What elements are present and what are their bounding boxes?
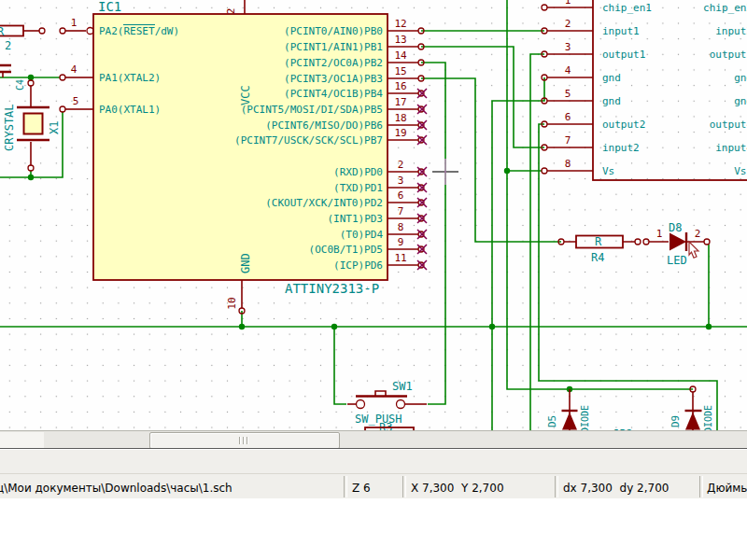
- svg-text:3: 3: [565, 41, 571, 53]
- svg-text:15: 15: [394, 65, 406, 77]
- ic1-value[interactable]: ATTINY2313-P: [285, 281, 379, 296]
- grid-cursor: [432, 159, 458, 185]
- svg-text:3: 3: [398, 175, 404, 187]
- svg-text:gnd: gnd: [602, 72, 621, 84]
- svg-text:11: 11: [394, 252, 406, 264]
- svg-text:7: 7: [398, 205, 404, 217]
- svg-text:4: 4: [71, 63, 78, 76]
- svg-text:16: 16: [394, 80, 406, 92]
- svg-text:input1: input1: [602, 25, 640, 37]
- svg-text:18: 18: [394, 112, 406, 124]
- svg-text:Vs: Vs: [602, 165, 614, 177]
- statusbar-cursor-delta: dx 7,300 dy 2,700: [563, 482, 669, 495]
- svg-text:2: 2: [695, 228, 701, 240]
- svg-text:Vss: Vss: [734, 165, 747, 177]
- svg-text:(PCINT5/MOSI/DI/SDA)PB5: (PCINT5/MOSI/DI/SDA)PB5: [241, 104, 383, 116]
- svg-text:output1: output1: [602, 49, 645, 61]
- schematic-canvas[interactable]: IC1 ATTINY2313-P 2 VCC 10 GND: [0, 0, 747, 430]
- svg-text:2: 2: [565, 18, 571, 30]
- resistor-r2[interactable]: R 2: [0, 25, 45, 52]
- statusbar-units: Дюймы: [707, 482, 747, 495]
- svg-text:13: 13: [394, 34, 406, 46]
- svg-text:6: 6: [565, 111, 571, 123]
- svg-text:input4: input4: [715, 142, 747, 154]
- svg-text:1: 1: [565, 0, 571, 7]
- ic1-reference[interactable]: IC1: [98, 0, 121, 14]
- inversion-bubble: [87, 28, 93, 35]
- svg-text:input3: input3: [715, 25, 747, 37]
- ic2-driver-chip[interactable]: 1 2 3 4 5 6 7 8 chip_en1 input1 output1 …: [542, 0, 747, 180]
- scrollbar-track-page[interactable]: [0, 432, 44, 448]
- window-background: [0, 498, 747, 560]
- led-d8[interactable]: 1 2 D8 LED: [643, 221, 710, 267]
- svg-text:8: 8: [398, 221, 404, 233]
- svg-text:input2: input2: [602, 142, 640, 154]
- statusbar-separator: [555, 476, 558, 497]
- svg-text:output2: output2: [602, 119, 645, 131]
- svg-text:(PCINT2/OC0A)PB2: (PCINT2/OC0A)PB2: [284, 57, 383, 69]
- svg-text:D8: D8: [669, 221, 682, 234]
- svg-text:gnd: gnd: [734, 72, 747, 84]
- svg-text:(INT1)PD3: (INT1)PD3: [327, 213, 383, 225]
- svg-text:DIODE: DIODE: [580, 405, 590, 430]
- horizontal-scrollbar[interactable]: [0, 430, 747, 448]
- svg-text:(PCINT3/OC1A)PB3: (PCINT3/OC1A)PB3: [284, 73, 383, 85]
- svg-text:9: 9: [398, 236, 404, 248]
- statusbar-cursor-position: X 7,300 Y 2,700: [411, 482, 504, 495]
- svg-text:14: 14: [394, 49, 407, 62]
- crystal-x1[interactable]: CRYSTAL X1: [3, 80, 61, 171]
- svg-text:gnd: gnd: [602, 95, 621, 107]
- statusbar-file-path: ц\Мои документы\Downloads\часы\1.sch: [0, 482, 233, 495]
- svg-text:PA2(RESET/dW): PA2(RESET/dW): [99, 25, 179, 37]
- svg-text:1: 1: [656, 228, 663, 240]
- statusbar-zoom-level: Z 6: [352, 482, 371, 495]
- svg-text:(TXD)PD1: (TXD)PD1: [333, 182, 383, 194]
- svg-text:17: 17: [394, 96, 406, 108]
- switch-sw1[interactable]: SW1 SW_PUSH: [347, 380, 427, 426]
- svg-text:D9: D9: [669, 415, 682, 427]
- svg-text:output4: output4: [710, 119, 747, 131]
- svg-text:PA0(XTAL1): PA0(XTAL1): [99, 104, 161, 116]
- ic1-attiny2313[interactable]: IC1 ATTINY2313-P 2 VCC 10 GND: [60, 0, 427, 314]
- scrollbar-thumb[interactable]: [149, 432, 340, 449]
- svg-text:C4: C4: [15, 79, 25, 91]
- diode-d5[interactable]: D5 DIODE: [546, 389, 590, 430]
- svg-text:PA1(XTAL2): PA1(XTAL2): [99, 72, 161, 84]
- svg-text:chip_en2: chip_en2: [703, 2, 747, 14]
- application-window: IC1 ATTINY2313-P 2 VCC 10 GND: [0, 0, 747, 560]
- statusbar-separator: [699, 476, 703, 497]
- svg-text:5: 5: [565, 88, 571, 100]
- statusbar-separator: [402, 476, 406, 497]
- statusbar-fields: ц\Мои документы\Downloads\часы\1.sch Z 6…: [0, 473, 747, 499]
- svg-text:4: 4: [565, 64, 571, 77]
- svg-text:(ICP)PD6: (ICP)PD6: [333, 259, 383, 272]
- svg-text:(PCINT4/OC1B)PB4: (PCINT4/OC1B)PB4: [284, 88, 383, 100]
- resistor-r4[interactable]: R R4: [558, 235, 641, 264]
- svg-text:(CKOUT/XCK/INT0)PD2: (CKOUT/XCK/INT0)PD2: [265, 197, 383, 209]
- diode-d9[interactable]: D9 DIODE: [669, 386, 713, 430]
- svg-text:5: 5: [73, 95, 79, 107]
- svg-text:GND: GND: [239, 253, 252, 273]
- svg-text:X1: X1: [48, 121, 61, 134]
- svg-text:8: 8: [565, 158, 571, 170]
- svg-text:6: 6: [398, 189, 404, 202]
- scrollbar-grip: [239, 437, 250, 444]
- svg-text:R: R: [595, 235, 602, 248]
- mouse-cursor: [689, 242, 698, 258]
- svg-text:LED: LED: [667, 254, 687, 267]
- svg-text:gnd: gnd: [734, 95, 747, 107]
- svg-text:10: 10: [226, 297, 238, 309]
- svg-text:(T0)PD4: (T0)PD4: [340, 229, 384, 241]
- statusbar-separator: [344, 476, 347, 497]
- svg-text:R4: R4: [591, 251, 604, 264]
- svg-text:(RXD)PD0: (RXD)PD0: [333, 166, 383, 178]
- svg-text:(PCINT6/MISO/DO)PB6: (PCINT6/MISO/DO)PB6: [265, 119, 383, 132]
- svg-text:2: 2: [5, 39, 11, 52]
- svg-text:7: 7: [565, 134, 571, 147]
- svg-text:SW1: SW1: [392, 380, 413, 393]
- svg-text:2: 2: [398, 159, 404, 171]
- svg-text:D5: D5: [546, 415, 558, 427]
- svg-text:(PCINT1/AIN1)PB1: (PCINT1/AIN1)PB1: [284, 41, 383, 53]
- svg-text:output3: output3: [710, 49, 747, 61]
- svg-text:CRYSTAL: CRYSTAL: [3, 104, 16, 151]
